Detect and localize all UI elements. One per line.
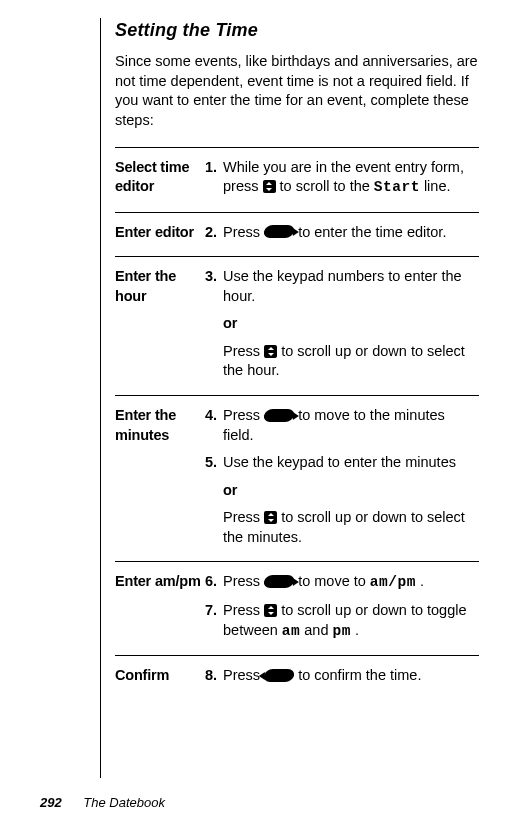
code-text: Start — [374, 179, 420, 195]
table-row: Enter the minutes 4. Press to move to th… — [115, 396, 479, 562]
step: 3. Use the keypad numbers to enter the h… — [203, 267, 479, 306]
step: 5. Use the keypad to enter the minutes — [203, 453, 479, 473]
step-label: Confirm — [115, 656, 203, 700]
step-text: Use the keypad numbers to enter the hour… — [223, 267, 479, 306]
step: 4. Press to move to the minutes field. — [203, 406, 479, 445]
step-label: Select time editor — [115, 147, 203, 212]
step-text: Press to move to the minutes field. — [223, 406, 479, 445]
step-alt: Press to scroll up or down to select the… — [223, 342, 479, 381]
scroll-icon — [264, 345, 277, 358]
step-number: 3. — [203, 267, 223, 306]
step-number: 5. — [203, 453, 223, 473]
step-label: Enter the minutes — [115, 396, 203, 562]
code-text: pm — [333, 623, 351, 639]
step-text: Press to enter the time editor. — [223, 223, 479, 243]
step-label: Enter the hour — [115, 257, 203, 396]
scroll-icon — [263, 180, 276, 193]
text: Press — [223, 407, 264, 423]
left-soft-key-icon — [263, 669, 296, 682]
page-footer: 292 The Datebook — [40, 794, 165, 812]
or-separator: or — [223, 314, 479, 334]
step-number: 2. — [203, 223, 223, 243]
step: 6. Press to move to am/pm . — [203, 572, 479, 593]
step: 1. While you are in the event entry form… — [203, 158, 479, 198]
table-row: Select time editor 1. While you are in t… — [115, 147, 479, 212]
table-row: Enter am/pm 6. Press to move to am/pm . — [115, 562, 479, 656]
table-row: Enter editor 2. Press to enter the time … — [115, 212, 479, 257]
step-text: While you are in the event entry form, p… — [223, 158, 479, 198]
step-alt: Press to scroll up or down to select the… — [223, 508, 479, 547]
table-row: Enter the hour 3. Use the keypad numbers… — [115, 257, 479, 396]
steps-table: Select time editor 1. While you are in t… — [115, 147, 479, 700]
scroll-icon — [264, 511, 277, 524]
step-label: Enter editor — [115, 212, 203, 257]
text: Press — [223, 602, 264, 618]
text: . — [355, 622, 359, 638]
code-text: am/pm — [370, 574, 416, 590]
text: line. — [424, 178, 451, 194]
step-text: Press to confirm the time. — [223, 666, 479, 686]
text: to move to — [298, 573, 370, 589]
step: 8. Press to confirm the time. — [203, 666, 479, 686]
section-name: The Datebook — [83, 795, 165, 810]
text: Press — [223, 224, 264, 240]
step-text: Press to move to am/pm . — [223, 572, 479, 593]
step-number: 4. — [203, 406, 223, 445]
step: 2. Press to enter the time editor. — [203, 223, 479, 243]
step-number: 6. — [203, 572, 223, 593]
page-number: 292 — [40, 795, 62, 810]
step-text: Press to scroll up or down to toggle bet… — [223, 601, 479, 641]
scroll-icon — [264, 604, 277, 617]
step-text: Use the keypad to enter the minutes — [223, 453, 479, 473]
step-number: 7. — [203, 601, 223, 641]
right-soft-key-icon — [263, 409, 296, 422]
step-label: Enter am/pm — [115, 562, 203, 656]
table-row: Confirm 8. Press to confirm the time. — [115, 656, 479, 700]
text: to scroll to the — [280, 178, 374, 194]
text: Press — [223, 343, 264, 359]
intro-paragraph: Since some events, like birthdays and an… — [115, 52, 479, 130]
text: . — [420, 573, 424, 589]
step-number: 8. — [203, 666, 223, 686]
step-number: 1. — [203, 158, 223, 198]
text: Press — [223, 509, 264, 525]
text: Press — [223, 573, 264, 589]
text: to confirm the time. — [298, 667, 421, 683]
page-title: Setting the Time — [115, 18, 479, 42]
code-text: am — [282, 623, 300, 639]
or-separator: or — [223, 481, 479, 501]
text: and — [304, 622, 332, 638]
step: 7. Press to scroll up or down to toggle … — [203, 601, 479, 641]
right-soft-key-icon — [263, 225, 296, 238]
text: to enter the time editor. — [298, 224, 446, 240]
right-soft-key-icon — [263, 575, 296, 588]
